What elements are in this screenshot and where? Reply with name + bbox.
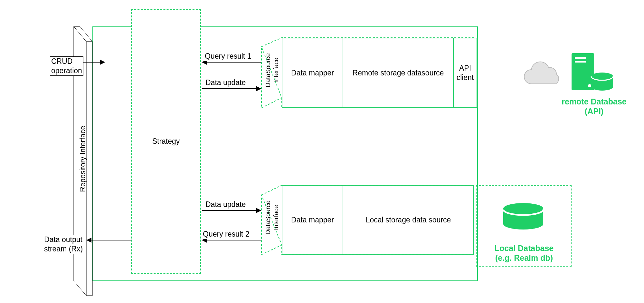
- local-data-mapper-label: Data mapper: [291, 215, 334, 225]
- api-client-box: API client: [453, 38, 477, 108]
- remote-data-mapper-label: Data mapper: [291, 68, 334, 78]
- remote-datasource-label: Remote storage datasource: [353, 68, 444, 78]
- remote-datasource-box: Remote storage datasource: [343, 38, 454, 108]
- local-datasource-box: Local storage data source: [343, 185, 474, 255]
- query-result-1-label: Query result 1: [204, 52, 252, 61]
- remote-ds-interface-label: DataSource Interface: [263, 53, 281, 87]
- local-ds-interface-label: DataSource Interface: [263, 200, 281, 235]
- local-datasource-label: Local storage data source: [366, 215, 451, 225]
- local-db-label: Local Database (e.g. Realm db): [491, 243, 557, 263]
- remote-db-label: remote Database (API): [559, 97, 630, 116]
- crud-operation-label: CRUD operation: [50, 56, 83, 76]
- query-result-2-label: Query result 2: [202, 230, 250, 239]
- local-data-mapper-box: Data mapper: [282, 185, 343, 255]
- api-client-label: API client: [457, 64, 474, 82]
- svg-marker-2: [74, 26, 92, 42]
- data-update-2-label: Data update: [204, 200, 247, 209]
- repository-interface-label: Repository Interface: [77, 126, 89, 192]
- svg-rect-15: [575, 61, 586, 63]
- svg-point-17: [591, 73, 613, 80]
- diagram-canvas: Strategy: [0, 0, 644, 303]
- svg-point-16: [588, 84, 591, 87]
- svg-rect-13: [572, 53, 594, 90]
- data-output-label: Data output stream (Rx): [43, 235, 84, 254]
- server-icon: [572, 53, 613, 91]
- strategy-box: Strategy: [131, 9, 201, 274]
- svg-rect-14: [575, 57, 586, 59]
- remote-data-mapper-box: Data mapper: [282, 38, 343, 108]
- data-update-1-label: Data update: [204, 78, 247, 87]
- strategy-label: Strategy: [152, 137, 180, 146]
- cloud-icon: [524, 62, 559, 84]
